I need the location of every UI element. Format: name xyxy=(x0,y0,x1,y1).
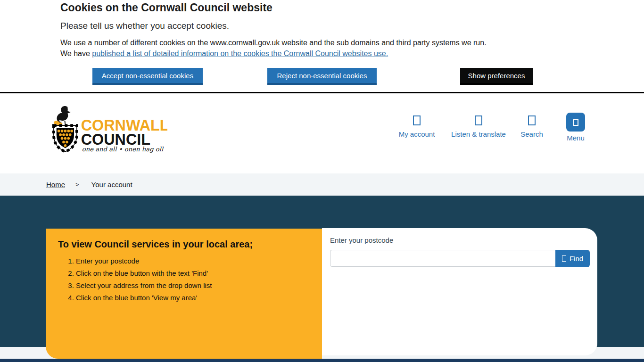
show-preferences-button[interactable]: Show preferences xyxy=(460,68,533,85)
cookie-banner-title: Cookies on the Cornwall Council website xyxy=(60,1,272,14)
chough-bird-icon xyxy=(57,106,71,123)
coat-of-arms-icon: CORNWALL COUNCIL one and all • onen hag … xyxy=(52,104,167,153)
nav-menu[interactable]: Menu xyxy=(563,113,588,142)
search-icon xyxy=(528,115,536,125)
site-header: CORNWALL COUNCIL one and all • onen hag … xyxy=(0,95,644,173)
menu-icon xyxy=(573,119,578,126)
breadcrumb-separator: > xyxy=(75,181,79,188)
postcode-row: Find xyxy=(330,250,590,267)
nav-menu-label: Menu xyxy=(563,134,588,142)
listen-translate-icon xyxy=(475,115,482,125)
instructions-panel: To view Council services in your local a… xyxy=(46,229,322,359)
find-button-label: Find xyxy=(570,255,583,263)
cornwall-council-logo[interactable]: CORNWALL COUNCIL one and all • onen hag … xyxy=(52,104,167,155)
breadcrumb-home-link[interactable]: Home xyxy=(46,181,65,189)
footer-strip xyxy=(0,359,644,362)
cookie-banner: Cookies on the Cornwall Council website … xyxy=(0,0,644,93)
postcode-panel: Enter your postcode Find xyxy=(322,228,597,355)
cookie-body-line2-prefix: We have xyxy=(60,49,92,58)
step-item: Click on the blue button with the text '… xyxy=(76,269,212,277)
accept-cookies-button[interactable]: Accept non-essential cookies xyxy=(92,68,203,85)
postcode-input[interactable] xyxy=(330,250,590,267)
step-item: Select your address from the drop down l… xyxy=(76,281,212,289)
cookie-body-line1: We use a number of different cookies on … xyxy=(60,39,487,47)
cookie-banner-subtitle: Please tell us whether you accept cookie… xyxy=(60,21,229,31)
breadcrumb-current: Your account xyxy=(91,181,132,189)
instructions-heading: To view Council services in your local a… xyxy=(58,239,253,250)
menu-button[interactable] xyxy=(566,113,585,132)
logo-motto: one and all • onen hag oll xyxy=(82,146,164,153)
hero-section: To view Council services in your local a… xyxy=(0,196,644,362)
step-item: Enter your postcode xyxy=(76,257,212,265)
find-button[interactable]: Find xyxy=(555,250,590,267)
nav-my-account-label: My account xyxy=(394,130,439,138)
cookie-details-link[interactable]: published a list of detailed information… xyxy=(92,49,388,58)
step-item: Click on the blue button 'View my area' xyxy=(76,294,212,302)
nav-listen-translate-label: Listen & translate xyxy=(447,130,510,138)
nav-listen-translate[interactable]: Listen & translate xyxy=(447,115,510,138)
reject-cookies-button[interactable]: Reject non-essential cookies xyxy=(267,68,377,85)
postcode-label: Enter your postcode xyxy=(330,236,393,244)
cookie-banner-body: We use a number of different cookies on … xyxy=(60,37,487,59)
breadcrumb: Home > Your account xyxy=(0,173,644,196)
find-icon xyxy=(562,255,566,262)
nav-search-label: Search xyxy=(516,130,548,138)
instructions-steps: Enter your postcode Click on the blue bu… xyxy=(66,257,212,306)
my-account-icon xyxy=(413,115,421,125)
nav-my-account[interactable]: My account xyxy=(394,115,439,138)
nav-search[interactable]: Search xyxy=(516,115,548,138)
